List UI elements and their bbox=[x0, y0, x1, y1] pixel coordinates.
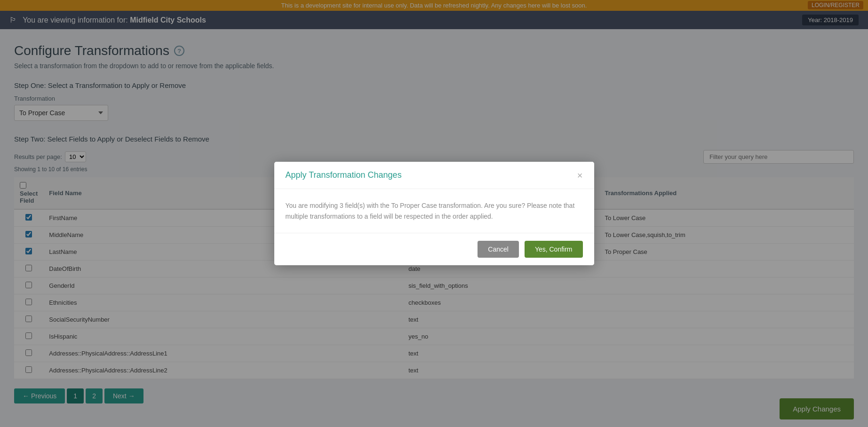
modal-body: You are modifying 3 field(s) with the To… bbox=[274, 189, 594, 233]
modal-overlay: Apply Transformation Changes × You are m… bbox=[0, 0, 868, 427]
modal: Apply Transformation Changes × You are m… bbox=[274, 162, 594, 265]
modal-title: Apply Transformation Changes bbox=[286, 170, 402, 180]
modal-header: Apply Transformation Changes × bbox=[274, 162, 594, 189]
modal-footer: Cancel Yes, Confirm bbox=[274, 233, 594, 265]
confirm-button[interactable]: Yes, Confirm bbox=[525, 241, 583, 258]
cancel-button[interactable]: Cancel bbox=[478, 241, 519, 258]
modal-body-text: You are modifying 3 field(s) with the To… bbox=[286, 202, 575, 220]
modal-close-button[interactable]: × bbox=[577, 171, 583, 180]
